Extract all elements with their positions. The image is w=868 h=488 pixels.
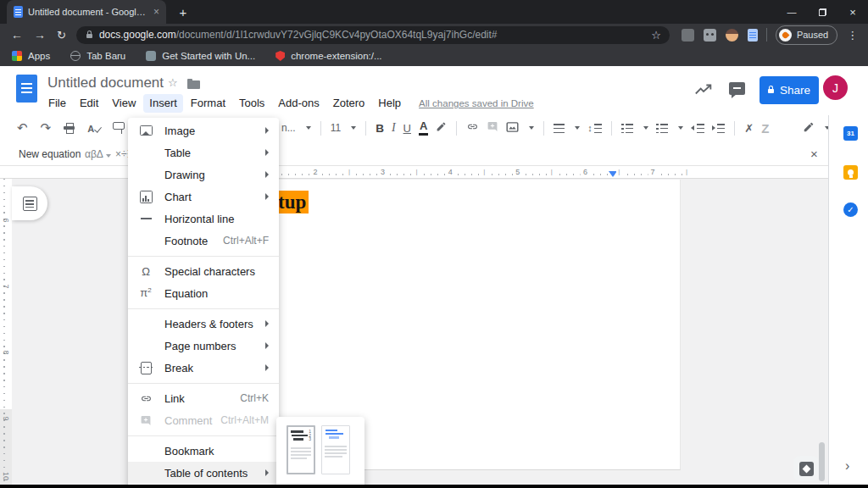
share-button[interactable]: Share: [760, 76, 819, 104]
tab-close-icon[interactable]: ×: [153, 7, 159, 17]
undo-icon[interactable]: ↶: [17, 120, 28, 136]
zotero-icon[interactable]: Z: [761, 121, 769, 136]
explore-button[interactable]: [793, 456, 819, 481]
text-color-button[interactable]: A: [419, 120, 428, 136]
profile-paused-badge[interactable]: Paused: [776, 25, 837, 45]
account-avatar[interactable]: J: [823, 75, 848, 100]
extension-icon[interactable]: [704, 29, 716, 42]
insert-menu-item-link[interactable]: LinkCtrl+K: [128, 387, 279, 409]
back-icon[interactable]: ←: [11, 29, 23, 41]
bulleted-list-icon[interactable]: [656, 124, 668, 133]
bookmark-item[interactable]: Apps: [12, 51, 50, 61]
insert-menu-item-bookmark[interactable]: Bookmark: [128, 440, 279, 462]
ruler-halftick: |: [549, 167, 554, 177]
bookmark-star-icon[interactable]: ☆: [651, 29, 661, 42]
menubar-item-help[interactable]: Help: [372, 94, 407, 113]
insert-menu-item-equation[interactable]: π2Equation: [128, 282, 279, 304]
browser-menu-icon[interactable]: ⋮: [847, 29, 858, 42]
profile-avatar-icon: [779, 29, 792, 42]
insert-menu-item-drawing[interactable]: Drawing: [128, 164, 279, 186]
close-equation-bar-icon[interactable]: ×: [810, 147, 818, 161]
url-bar[interactable]: docs.google.com /document/d/1l1crwduvY72…: [76, 26, 670, 44]
new-tab-button[interactable]: +: [175, 3, 192, 20]
restore-button[interactable]: [807, 0, 837, 24]
decrease-indent-icon[interactable]: [691, 124, 704, 133]
insert-menu-item-horizontal-line[interactable]: Horizontal line: [128, 208, 279, 230]
menubar-item-add-ons[interactable]: Add-ons: [272, 94, 325, 113]
insert-menu-item-image[interactable]: Image: [128, 119, 279, 141]
chevron-down-icon: [529, 126, 534, 130]
bookmark-item[interactable]: Get Started with Un...: [146, 51, 255, 61]
align-icon[interactable]: [554, 124, 565, 133]
toc-option-with-blue-links[interactable]: [321, 425, 350, 474]
calendar-icon[interactable]: 31: [843, 126, 858, 141]
star-document-icon[interactable]: ☆: [168, 76, 178, 89]
clear-formatting-icon[interactable]: ✗: [744, 122, 754, 135]
insert-menu-item-table[interactable]: Table: [128, 141, 279, 164]
menubar-item-tools[interactable]: Tools: [233, 94, 270, 113]
insert-image-icon[interactable]: [506, 122, 519, 135]
font-name-select[interactable]: n...: [281, 122, 296, 134]
redo-icon[interactable]: ↷: [41, 120, 52, 136]
show-outline-button[interactable]: [12, 186, 47, 220]
insert-menu-item-comment: CommentCtrl+Alt+M: [128, 409, 279, 431]
line-spacing-icon[interactable]: ↕: [587, 123, 602, 133]
extension-icon[interactable]: [748, 29, 758, 42]
vertical-ruler[interactable]: 678910: [0, 179, 12, 488]
hide-side-panel-icon[interactable]: ›: [845, 458, 849, 474]
numbered-list-icon[interactable]: [621, 124, 633, 133]
minimize-button[interactable]: —: [776, 0, 807, 24]
doc-title[interactable]: Untitled document: [47, 75, 164, 92]
menubar-item-insert[interactable]: Insert: [143, 94, 183, 113]
insert-menu-item-break[interactable]: Break: [128, 357, 279, 379]
highlight-color-icon[interactable]: [436, 121, 447, 135]
spellcheck-icon[interactable]: A: [87, 123, 100, 134]
insert-menu-item-chart[interactable]: Chart: [128, 186, 279, 208]
chevron-down-icon: [643, 126, 648, 130]
docs-logo-icon[interactable]: [16, 75, 37, 103]
insert-menu-item-footnote[interactable]: FootnoteCtrl+Alt+F: [128, 230, 279, 252]
font-size-select[interactable]: 11: [331, 122, 341, 134]
paint-format-icon[interactable]: [113, 122, 125, 130]
insert-menu-item-page-numbers[interactable]: Page numbers: [128, 335, 279, 357]
insert-menu-item-special-characters[interactable]: ΩSpecial characters: [128, 260, 279, 282]
increase-indent-icon[interactable]: [712, 124, 726, 133]
bookmark-item[interactable]: chrome-extension:/...: [275, 51, 381, 61]
highlighted-text[interactable]: tup: [275, 191, 309, 214]
greek-letters-menu[interactable]: αβΔ: [85, 148, 111, 160]
toc-option-with-page-numbers[interactable]: 1 2 3: [287, 425, 315, 474]
scrollbar-thumb[interactable]: [819, 442, 825, 481]
menubar-item-zotero[interactable]: Zotero: [327, 94, 371, 113]
bold-button[interactable]: B: [376, 122, 384, 135]
close-button[interactable]: ×: [837, 0, 868, 24]
move-folder-icon[interactable]: [187, 80, 200, 89]
tasks-icon[interactable]: ✓: [843, 202, 858, 217]
extension-icon[interactable]: [682, 29, 694, 42]
menu-item-label: Break: [164, 362, 259, 374]
document-heading[interactable]: tup: [275, 191, 309, 214]
new-equation-button[interactable]: New equation: [19, 148, 81, 160]
insert-menu-item-headers-footers[interactable]: Headers & footers: [128, 313, 279, 335]
insert-link-icon[interactable]: [466, 121, 479, 135]
extension-icon[interactable]: [726, 29, 738, 42]
keep-icon[interactable]: [843, 165, 858, 180]
secure-lock-icon[interactable]: [86, 34, 92, 38]
italic-button[interactable]: I: [392, 121, 396, 135]
browser-tab[interactable]: Untitled document - Google Doc ×: [7, 0, 166, 24]
chevron-down-icon: [678, 126, 683, 130]
bookmark-item[interactable]: Tab Baru: [70, 51, 125, 61]
reload-icon[interactable]: ↻: [57, 30, 66, 41]
menubar-item-format[interactable]: Format: [185, 94, 231, 113]
underline-button[interactable]: U: [403, 122, 411, 135]
insert-menu-item-table-of-contents[interactable]: Table of contents: [128, 462, 279, 484]
open-comments-icon[interactable]: [729, 82, 745, 95]
menubar-item-file[interactable]: File: [42, 94, 72, 113]
menubar-item-view[interactable]: View: [106, 94, 142, 113]
print-icon[interactable]: [64, 123, 75, 133]
editing-mode-icon[interactable]: [803, 121, 815, 136]
save-status[interactable]: All changes saved in Drive: [419, 98, 534, 108]
menubar-item-edit[interactable]: Edit: [74, 94, 104, 113]
horizontal-ruler[interactable]: 234567||||||: [0, 166, 828, 179]
forward-icon[interactable]: →: [34, 29, 46, 41]
document-stats-icon[interactable]: [695, 83, 712, 99]
